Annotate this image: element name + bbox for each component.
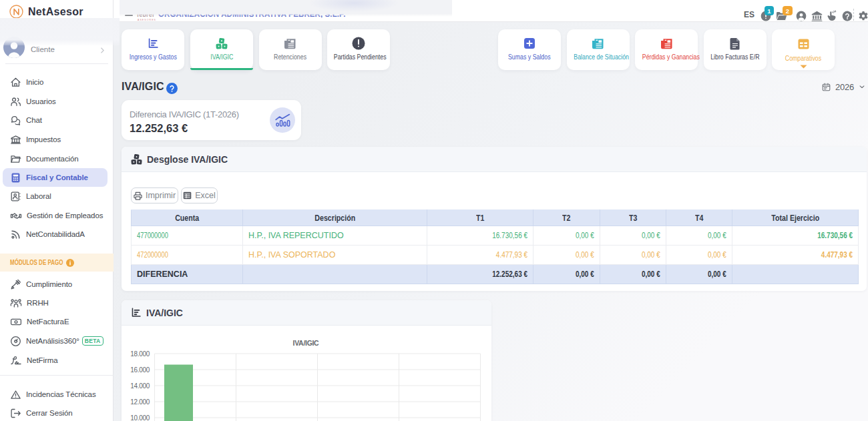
svg-text:12.000: 12.000 [130,398,150,406]
svg-text:IVA/IGIC: IVA/IGIC [293,339,320,347]
svg-text:14.000: 14.000 [130,382,150,390]
svg-text:16.000: 16.000 [130,366,150,374]
svg-text:18.000: 18.000 [130,350,150,358]
svg-text:10.000: 10.000 [130,414,150,421]
